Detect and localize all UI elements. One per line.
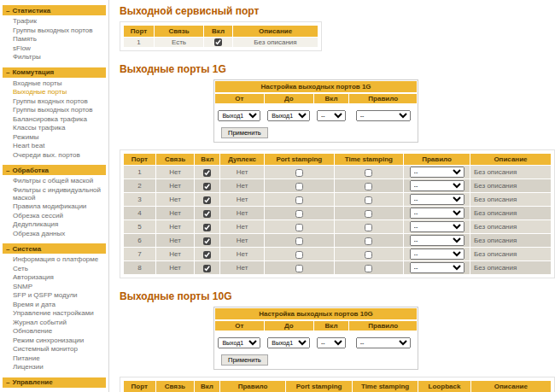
ports-1g-enabled-select[interactable]: -- xyxy=(317,110,346,121)
sidebar-item[interactable]: Авторизация xyxy=(3,273,106,283)
ports-1g-rule-select[interactable]: -- xyxy=(356,110,411,121)
sidebar-item[interactable]: Режим синхронизации xyxy=(3,336,106,346)
sidebar-section-management[interactable]: –Управление xyxy=(3,377,106,388)
port-stamping-checkbox[interactable] xyxy=(295,183,303,190)
sidebar-item[interactable]: Время и дата xyxy=(3,301,106,310)
sidebar-item[interactable]: Трафик xyxy=(3,17,106,26)
time-stamping-checkbox[interactable] xyxy=(365,251,372,259)
column-header-port: Порт xyxy=(124,154,156,166)
port-stamping-checkbox[interactable] xyxy=(295,169,303,177)
enabled-checkbox[interactable] xyxy=(203,237,211,245)
rule-select[interactable]: -- xyxy=(410,180,464,191)
sidebar-item[interactable]: SNMP xyxy=(3,283,106,292)
ports-1g-apply-button[interactable]: Применить xyxy=(221,127,268,138)
sidebar-item[interactable]: Фильтры с индивидуальной маской xyxy=(3,186,106,203)
rule-select[interactable]: -- xyxy=(410,167,464,178)
port-stamping-checkbox[interactable] xyxy=(295,224,303,231)
cell-duplex: Нет xyxy=(220,179,265,193)
sidebar-item[interactable]: Классы трафика xyxy=(3,124,106,133)
settings-header-enabled: Вкл xyxy=(313,94,349,104)
time-stamping-checkbox[interactable] xyxy=(365,210,372,218)
sidebar-item[interactable]: SFP и QSFP модули xyxy=(3,291,106,301)
collapse-icon: – xyxy=(6,7,9,15)
cell-link: Нет xyxy=(155,248,195,261)
enabled-checkbox[interactable] xyxy=(203,196,211,204)
rule-select[interactable]: -- xyxy=(410,262,464,273)
settings-header-from: От xyxy=(215,94,265,104)
ports-1g-from-select[interactable]: Выход1 xyxy=(218,110,260,121)
ports-10g-rule-select[interactable]: -- xyxy=(356,337,411,348)
time-stamping-checkbox[interactable] xyxy=(365,265,372,272)
ports-10g-enabled-select[interactable]: -- xyxy=(317,337,346,348)
sidebar-item[interactable]: Обрезка данных xyxy=(3,230,106,239)
settings-header-from: От xyxy=(215,321,265,331)
sidebar-item[interactable]: Фильтры с общей маской xyxy=(3,177,106,186)
enabled-checkbox[interactable] xyxy=(203,210,211,218)
rule-select[interactable]: -- xyxy=(410,249,464,260)
sidebar-item[interactable]: Группы входных портов xyxy=(3,97,106,107)
sidebar-item[interactable]: Группы выходных портов xyxy=(3,26,106,36)
ports-10g-to-select[interactable]: Выход1 xyxy=(267,337,310,348)
rule-select[interactable]: -- xyxy=(410,208,464,219)
sidebar-item[interactable]: Режимы xyxy=(3,133,106,143)
ports-10g-table-box: ПортСвязьВклПравилоPort stampingTime sta… xyxy=(120,377,555,392)
settings-header-rule: Правило xyxy=(349,94,418,104)
sidebar-item[interactable]: Входные порты xyxy=(3,79,106,89)
sidebar-item[interactable]: Heart beat xyxy=(3,142,106,151)
sidebar-item[interactable]: Балансировка трафика xyxy=(3,115,106,125)
sidebar-item[interactable]: Фильтры xyxy=(3,53,106,62)
enabled-checkbox[interactable] xyxy=(214,38,222,46)
cell-duplex: Нет xyxy=(220,220,265,234)
cell-duplex: Нет xyxy=(220,207,265,220)
column-header-enabled: Вкл xyxy=(195,154,220,166)
table-row: 5НетНет--Без описания xyxy=(124,220,552,234)
sidebar-section-system[interactable]: –Система xyxy=(3,243,106,254)
sidebar-item[interactable]: Журнал событий xyxy=(3,319,106,328)
table-row: 3НетНет--Без описания xyxy=(124,193,552,207)
enabled-checkbox[interactable] xyxy=(203,224,211,231)
cell-description: Без описания xyxy=(233,38,318,48)
sidebar-item[interactable]: Очереди вых. портов xyxy=(3,151,106,161)
settings-cell-to: Выход1 xyxy=(264,104,313,124)
enabled-checkbox[interactable] xyxy=(203,251,211,259)
sidebar-item[interactable]: Обновление xyxy=(3,327,106,336)
ports-10g-from-select[interactable]: Выход1 xyxy=(218,337,260,348)
time-stamping-checkbox[interactable] xyxy=(365,183,372,190)
sidebar-item[interactable]: Дедупликация xyxy=(3,220,106,230)
ports-1g-to-select[interactable]: Выход1 xyxy=(267,110,310,121)
cell-port-stamping xyxy=(265,179,335,193)
cell-enabled xyxy=(204,38,233,48)
sidebar-item[interactable]: Память xyxy=(3,35,106,44)
sidebar-item[interactable]: Информация о платформе xyxy=(3,255,106,265)
sidebar-item[interactable]: Выходные порты xyxy=(3,88,106,97)
rule-select[interactable]: -- xyxy=(410,194,464,205)
ports-10g-apply-button[interactable]: Применить xyxy=(221,354,268,366)
sidebar-item[interactable]: Правила модификации xyxy=(3,202,106,212)
sidebar-section-switching[interactable]: –Коммутация xyxy=(3,67,106,78)
port-stamping-checkbox[interactable] xyxy=(295,210,303,218)
enabled-checkbox[interactable] xyxy=(203,169,211,177)
port-stamping-checkbox[interactable] xyxy=(295,265,303,272)
sidebar-item[interactable]: Управление настройками xyxy=(3,309,106,319)
time-stamping-checkbox[interactable] xyxy=(365,237,372,245)
sidebar-item[interactable]: Лицензии xyxy=(3,363,106,372)
time-stamping-checkbox[interactable] xyxy=(365,196,372,204)
sidebar-section-processing[interactable]: –Обработка xyxy=(3,165,106,175)
cell-port-stamping xyxy=(265,248,335,261)
sidebar-item[interactable]: Питание xyxy=(3,354,106,364)
sidebar-section-statistics[interactable]: –Статистика xyxy=(3,5,106,15)
port-stamping-checkbox[interactable] xyxy=(295,196,303,204)
sidebar-item[interactable]: Обрезка сессий xyxy=(3,212,106,221)
port-stamping-checkbox[interactable] xyxy=(295,237,303,245)
time-stamping-checkbox[interactable] xyxy=(365,169,372,177)
sidebar-item[interactable]: sFlow xyxy=(3,44,106,54)
time-stamping-checkbox[interactable] xyxy=(365,224,372,231)
enabled-checkbox[interactable] xyxy=(203,183,211,190)
enabled-checkbox[interactable] xyxy=(203,265,211,272)
sidebar-item[interactable]: Сеть xyxy=(3,265,106,274)
rule-select[interactable]: -- xyxy=(410,235,464,246)
port-stamping-checkbox[interactable] xyxy=(295,251,303,259)
sidebar-item[interactable]: Системный монитор xyxy=(3,345,106,354)
sidebar-item[interactable]: Группы выходных портов xyxy=(3,106,106,115)
rule-select[interactable]: -- xyxy=(410,221,464,232)
